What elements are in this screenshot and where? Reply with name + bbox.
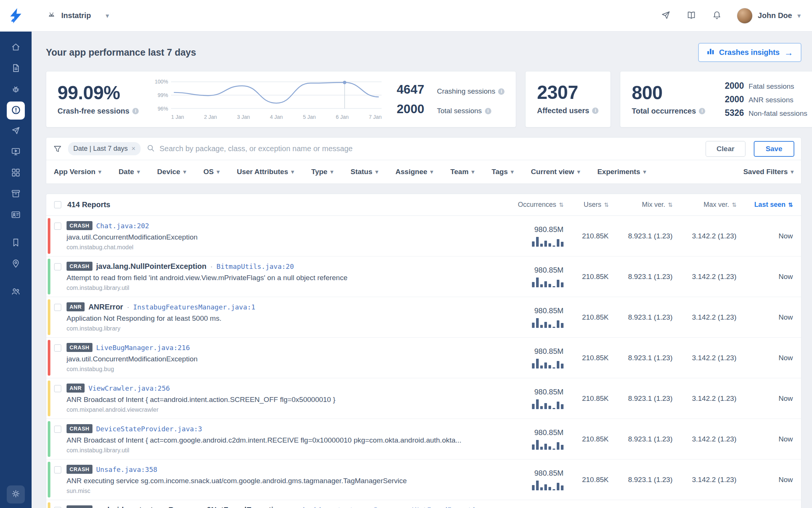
sidebar-item-settings[interactable] <box>7 485 25 503</box>
sidebar-item-promoter[interactable] <box>6 234 26 253</box>
instabug-logo[interactable] <box>0 8 32 24</box>
chevron-down-icon: ▾ <box>291 168 294 175</box>
column-header[interactable]: Occurrences ⇅ <box>503 201 564 209</box>
announcements-button[interactable] <box>660 10 671 21</box>
sidebar-item-releases[interactable] <box>6 59 26 78</box>
column-header[interactable]: Mix ver. ⇅ <box>609 201 673 209</box>
filter-dropdown[interactable]: App Version ▾ <box>54 168 101 176</box>
users-value: 210.85K <box>564 216 609 256</box>
row-checkbox[interactable] <box>54 426 61 433</box>
row-checkbox[interactable] <box>54 304 61 311</box>
sidebar-item-users[interactable] <box>6 206 26 225</box>
column-header[interactable]: Max ver. ⇅ <box>673 201 736 209</box>
filter-dropdown[interactable]: Assignee ▾ <box>395 168 433 176</box>
report-location[interactable]: Unsafe.java:358 <box>96 466 158 473</box>
report-row[interactable]: ANR ANRError · InstabugFeaturesManager.j… <box>46 297 801 338</box>
crash-free-card: 99.09% Crash-free sessions 100%99%96% 1 … <box>46 71 516 127</box>
chevron-down-icon: ▾ <box>577 168 580 175</box>
row-checkbox[interactable] <box>54 263 61 270</box>
report-row[interactable]: CRASH DeviceStateProvider.java:3 ANR Bro… <box>46 419 801 459</box>
report-location[interactable]: LiveBugManager.java:216 <box>96 344 190 352</box>
crash-free-chart: 100%99%96% 1 Jan2 Jan3 Jan4 Jan5 Jan6 Ja… <box>154 79 382 120</box>
report-row[interactable]: ANR ViewCrawler.java:256 ANR Broadcast o… <box>46 378 801 419</box>
sidebar-item-team[interactable] <box>6 283 26 302</box>
column-header[interactable]: Users ⇅ <box>564 201 609 209</box>
mix-version: 8.923.1 (1.23) <box>609 500 673 508</box>
severity-accent-bar <box>48 340 50 376</box>
occurrences-sparkbars <box>532 318 564 328</box>
app-switcher[interactable]: Instatrip ▾ <box>47 10 109 21</box>
saved-filters[interactable]: Saved Filters ▾ <box>743 168 794 176</box>
sidebar-item-overview[interactable] <box>6 38 26 57</box>
crashes-insights-button[interactable]: Crashes insights → <box>698 43 801 62</box>
date-filter-chip[interactable]: Date | Last 7 days × <box>68 142 141 155</box>
docs-button[interactable] <box>686 10 697 21</box>
occurrences-value: 980.85M <box>534 428 564 437</box>
x-tick-label: 3 Jan <box>237 114 250 120</box>
chevron-down-icon: ▾ <box>137 168 140 175</box>
report-row[interactable]: CRASH LiveBugManager.java:216 java.util.… <box>46 338 801 378</box>
report-row[interactable]: CRASH Chat.java:202 java.util.Concurrent… <box>46 216 801 256</box>
chevron-down-icon: ▾ <box>330 168 333 175</box>
mix-version: 8.923.1 (1.23) <box>609 216 673 256</box>
report-location[interactable]: Chat.java:202 <box>96 222 149 230</box>
filter-dropdown[interactable]: Date ▾ <box>118 168 140 176</box>
report-location[interactable]: InstabugFeaturesManager.java:1 <box>133 303 255 311</box>
title-separator: · <box>286 506 289 508</box>
users-icon <box>11 287 21 298</box>
report-location[interactable]: DeviceStateProvider.java:3 <box>96 425 202 433</box>
select-all-checkbox[interactable] <box>54 201 61 208</box>
report-location[interactable]: BitmapUtils.java:20 <box>217 262 294 270</box>
sidebar-item-crashes[interactable] <box>7 102 25 120</box>
filter-dropdown[interactable]: Team ▾ <box>450 168 474 176</box>
report-title[interactable]: android.content.res.Resources$NotFoundEx… <box>96 506 283 508</box>
search-input[interactable] <box>159 144 700 153</box>
sidebar-item-sessions[interactable] <box>6 143 26 162</box>
severity-accent-bar <box>48 218 50 254</box>
clear-button[interactable]: Clear <box>706 141 745 157</box>
filter-dropdown[interactable]: Current view ▾ <box>531 168 580 176</box>
date-filter-chip-label: Date | Last 7 days <box>73 145 128 153</box>
report-title[interactable]: ANRError <box>88 303 123 311</box>
report-row[interactable]: CRASH java.lang.NullPointerException · B… <box>46 256 801 297</box>
report-location[interactable]: android.content.res.Resources$NotFoundEx… <box>292 506 484 508</box>
topbar: Instatrip ▾ <box>0 0 812 32</box>
filter-dropdown[interactable]: Type ▾ <box>311 168 333 176</box>
notifications-button[interactable] <box>711 10 723 21</box>
chevron-down-icon: ▾ <box>376 168 379 175</box>
filter-dropdown[interactable]: Tags ▾ <box>492 168 514 176</box>
session-stat-value: 2000 <box>721 94 744 105</box>
user-menu[interactable]: John Doe ▾ <box>737 8 801 24</box>
row-checkbox[interactable] <box>54 466 61 473</box>
max-version: 3.142.2 (1.23) <box>673 500 736 508</box>
filter-dropdown[interactable]: Device ▾ <box>157 168 186 176</box>
chevron-down-icon: ▾ <box>797 12 801 20</box>
crash-free-label: Crash-free sessions <box>58 107 129 115</box>
filter-dropdown[interactable]: Experiments ▾ <box>597 168 646 176</box>
sidebar-item-archive[interactable] <box>6 185 26 204</box>
sidebar-item-surveys[interactable] <box>6 122 26 141</box>
app-name: Instatrip <box>61 11 91 20</box>
close-icon[interactable]: × <box>132 145 136 153</box>
session-stat-label: ANR sessions <box>748 96 793 104</box>
report-type-badge: CRASH <box>67 221 92 230</box>
report-location[interactable]: ViewCrawler.java:256 <box>88 384 170 392</box>
report-row[interactable]: CRASH Unsafe.java:358 ANR executing serv… <box>46 459 801 500</box>
y-tick-label: 99% <box>154 93 168 98</box>
row-checkbox[interactable] <box>54 385 61 392</box>
book-icon <box>686 10 696 21</box>
max-version: 3.142.2 (1.23) <box>673 459 736 500</box>
row-checkbox[interactable] <box>54 344 61 352</box>
filter-dropdown[interactable]: Status ▾ <box>350 168 378 176</box>
sidebar-item-geo[interactable] <box>6 255 26 274</box>
filter-dropdown[interactable]: User Attributes ▾ <box>237 168 294 176</box>
sidebar-item-bug-reports[interactable] <box>6 80 26 99</box>
filter-dropdown[interactable]: OS ▾ <box>203 168 220 176</box>
column-header[interactable]: Last seen ⇅ <box>736 201 793 209</box>
row-checkbox[interactable] <box>54 223 61 230</box>
save-button[interactable]: Save <box>754 141 794 157</box>
filter-funnel-icon <box>53 144 62 153</box>
report-title[interactable]: java.lang.NullPointerException <box>96 262 206 271</box>
sidebar-item-apm[interactable] <box>6 164 26 183</box>
report-row[interactable]: CRASH android.content.res.Resources$NotF… <box>46 500 801 508</box>
